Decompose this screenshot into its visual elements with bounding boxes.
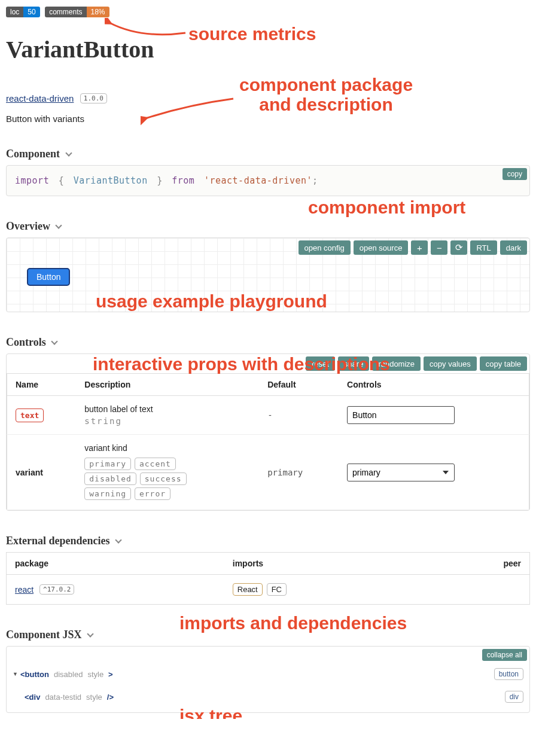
loc-badge: loc 50 — [6, 7, 40, 17]
import-chip: React — [233, 583, 263, 596]
jsx-tree-panel: collapse all ▼ <button disabled style > … — [6, 646, 530, 713]
controls-copy-table-button[interactable]: copy table — [480, 356, 527, 371]
zoom-out-button[interactable]: − — [431, 240, 447, 255]
section-component[interactable]: Component — [6, 148, 530, 160]
jsx-pill[interactable]: button — [494, 668, 523, 680]
playground: open config open source + − ⟳ RTL dark B… — [6, 237, 530, 312]
chevron-down-icon — [51, 338, 58, 345]
badges-row: loc 50 comments 18% — [6, 6, 530, 17]
controls-table: Name Description Default Controls text b… — [7, 373, 529, 510]
package-link[interactable]: react-data-driven — [6, 93, 74, 103]
rtl-toggle-button[interactable]: RTL — [470, 240, 497, 255]
comments-badge: comments 18% — [45, 7, 109, 17]
section-controls[interactable]: Controls — [6, 336, 530, 349]
section-jsx[interactable]: Component JSX — [6, 629, 530, 641]
chevron-down-icon — [65, 150, 72, 156]
annotation-import: component import — [308, 197, 465, 218]
table-row: text button label of text string - — [7, 396, 529, 435]
chevron-down-icon — [115, 536, 121, 543]
controls-randomize-button[interactable]: randomize — [372, 356, 421, 371]
open-config-button[interactable]: open config — [299, 240, 351, 255]
variant-prop-select[interactable]: primary — [347, 464, 455, 481]
jsx-node-button[interactable]: ▼ <button disabled style > button — [13, 664, 523, 684]
import-code-box: copy import { VariantButton } from 'reac… — [6, 165, 530, 196]
playground-toolbar: open config open source + − ⟳ RTL dark — [299, 240, 527, 255]
col-peer: peer — [431, 553, 529, 575]
collapse-all-button[interactable]: collapse all — [482, 649, 527, 661]
prop-default: primary — [267, 468, 303, 477]
prop-type: string — [84, 416, 251, 426]
chevron-down-icon — [56, 222, 62, 228]
loc-badge-value: 50 — [23, 7, 39, 17]
deps-table: package imports peer react ^17.0.2 React… — [6, 552, 530, 605]
enum-value: accent — [135, 458, 176, 470]
controls-copy-values-button[interactable]: copy values — [424, 356, 477, 371]
controls-toolbar: reset share randomize copy values copy t… — [7, 354, 529, 373]
import-chip: FC — [267, 583, 287, 596]
page-title: VariantButton — [6, 35, 530, 63]
section-overview[interactable]: Overview — [6, 220, 530, 233]
loc-badge-key: loc — [6, 7, 23, 17]
section-deps[interactable]: External dependencies — [6, 535, 530, 547]
controls-share-button[interactable]: share — [338, 356, 370, 371]
reset-zoom-button[interactable]: ⟳ — [450, 240, 467, 255]
prop-desc: variant kind — [84, 443, 251, 453]
prop-desc: button label of text — [84, 404, 251, 414]
package-line: react-data-driven 1.0.0 — [6, 93, 530, 104]
table-row: react ^17.0.2 React FC — [7, 575, 530, 605]
prop-name-variant: variant — [16, 468, 43, 477]
copy-import-button[interactable]: copy — [502, 168, 527, 180]
comments-badge-key: comments — [45, 7, 86, 17]
prop-default: - — [267, 410, 272, 420]
enum-value: error — [135, 487, 170, 500]
col-default: Default — [259, 374, 339, 396]
prop-name-text: text — [16, 409, 44, 422]
demo-variant-button[interactable]: Button — [27, 268, 70, 286]
dep-version: ^17.0.2 — [39, 584, 74, 595]
col-desc: Description — [76, 374, 259, 396]
zoom-in-button[interactable]: + — [411, 240, 428, 255]
enum-value: disabled — [84, 472, 136, 485]
col-imports: imports — [224, 553, 431, 575]
open-source-button[interactable]: open source — [354, 240, 409, 255]
component-description: Button with variants — [6, 114, 530, 124]
package-version: 1.0.0 — [80, 93, 107, 103]
col-controls: Controls — [339, 374, 529, 396]
col-name: Name — [7, 374, 77, 396]
chevron-down-icon — [87, 630, 93, 637]
col-package: package — [7, 553, 224, 575]
enum-value: primary — [84, 458, 131, 470]
table-row: variant variant kind primary accent disa… — [7, 435, 529, 510]
dep-link-react[interactable]: react — [15, 585, 34, 595]
dark-toggle-button[interactable]: dark — [500, 240, 527, 255]
jsx-node-div[interactable]: <div data-testid style /> div — [13, 687, 523, 706]
enum-value: success — [140, 472, 187, 485]
controls-panel: reset share randomize copy values copy t… — [6, 353, 530, 511]
caret-down-icon: ▼ — [13, 671, 18, 677]
controls-reset-button[interactable]: reset — [306, 356, 335, 371]
enum-value: warning — [84, 487, 131, 500]
text-prop-input[interactable] — [347, 406, 455, 424]
comments-badge-value: 18% — [87, 7, 109, 17]
jsx-pill[interactable]: div — [505, 691, 523, 703]
